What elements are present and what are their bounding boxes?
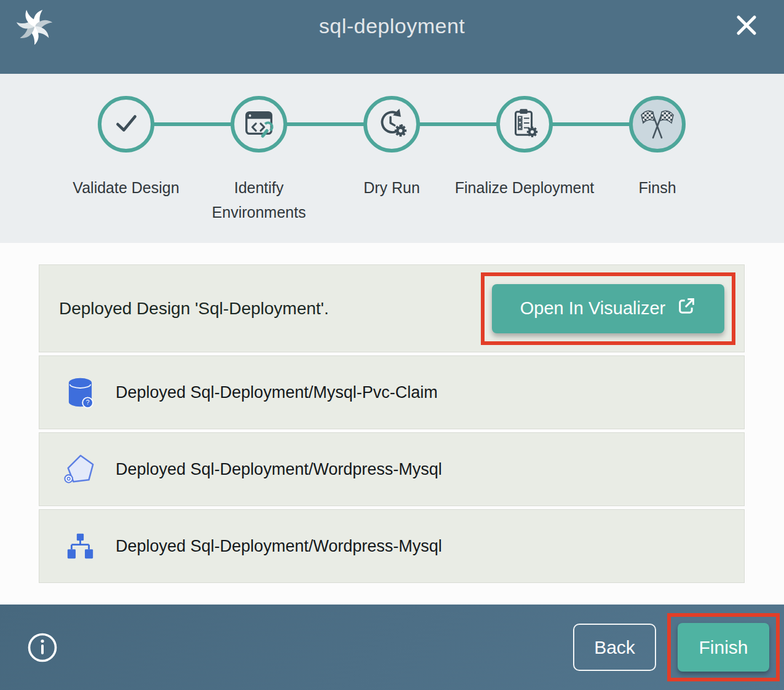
deployed-design-row: Deployed Design 'Sql-Deployment'. Open I… bbox=[39, 264, 745, 352]
dialog-footer: Back Finish bbox=[0, 605, 784, 690]
step-label-validate-design: Validate Design bbox=[55, 175, 197, 200]
step-label-identify-environments: Identify Environments bbox=[188, 175, 330, 224]
info-icon[interactable] bbox=[26, 632, 58, 664]
step-finish[interactable] bbox=[629, 96, 686, 153]
deployed-item-text: Deployed Sql-Deployment/Wordpress-Mysql bbox=[116, 537, 442, 556]
deployed-item-text: Deployed Sql-Deployment/Wordpress-Mysql bbox=[116, 460, 442, 479]
dialog-title: sql-deployment bbox=[0, 14, 784, 38]
dry-run-sync-gear-icon bbox=[375, 106, 408, 142]
open-in-visualizer-label: Open In Visualizer bbox=[520, 298, 665, 319]
close-icon[interactable] bbox=[734, 12, 759, 38]
step-label-finish: Finsh bbox=[587, 175, 728, 200]
code-wrench-icon bbox=[242, 106, 275, 142]
finish-button[interactable]: Finish bbox=[678, 623, 769, 672]
check-icon bbox=[110, 107, 142, 141]
deployed-item-text: Deployed Sql-Deployment/Mysql-Pvc-Claim bbox=[116, 383, 438, 402]
step-identify-environments[interactable] bbox=[231, 96, 287, 153]
step-label-finalize-deployment: Finalize Deployment bbox=[454, 175, 595, 200]
deployed-item-row: ? Deployed Sql-Deployment/Mysql-Pvc-Clai… bbox=[39, 355, 745, 429]
pvc-database-icon: ? bbox=[62, 376, 98, 409]
dialog-header: sql-deployment bbox=[0, 0, 784, 74]
back-button[interactable]: Back bbox=[573, 624, 656, 671]
deployed-item-row: Deployed Sql-Deployment/Wordpress-Mysql bbox=[39, 509, 745, 583]
annotation-highlight-finish: Finish bbox=[667, 613, 780, 681]
deployed-item-row: Deployed Sql-Deployment/Wordpress-Mysql bbox=[39, 432, 745, 506]
step-finalize-deployment[interactable] bbox=[496, 96, 553, 153]
open-in-visualizer-button[interactable]: Open In Visualizer bbox=[492, 284, 724, 333]
service-pentagon-icon bbox=[62, 453, 98, 486]
deployment-stepper: Validate Design Identify Environments Dr… bbox=[0, 74, 784, 243]
deployment-hierarchy-icon bbox=[62, 532, 98, 561]
step-dry-run[interactable] bbox=[363, 96, 420, 153]
external-link-icon bbox=[676, 296, 696, 320]
step-validate-design[interactable] bbox=[98, 96, 154, 153]
clipboard-gear-icon bbox=[508, 106, 541, 142]
annotation-highlight-visualizer: Open In Visualizer bbox=[481, 272, 735, 345]
deployed-design-message: Deployed Design 'Sql-Deployment'. bbox=[59, 299, 329, 319]
deployment-results: Deployed Design 'Sql-Deployment'. Open I… bbox=[0, 243, 784, 605]
svg-text:?: ? bbox=[85, 399, 89, 406]
checkered-flags-icon bbox=[640, 106, 675, 143]
step-label-dry-run: Dry Run bbox=[321, 175, 462, 200]
